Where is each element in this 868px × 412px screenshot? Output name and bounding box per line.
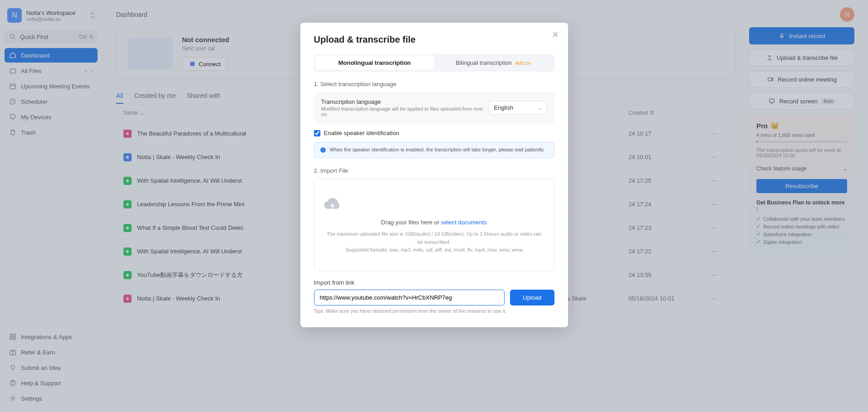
tab-bilingual[interactable]: Bilingual transcription Add on [434,55,553,70]
svg-rect-35 [323,150,323,151]
speaker-id-input[interactable] [314,130,320,136]
addon-badge: Add on [515,60,531,66]
tab-monolingual[interactable]: Monolingual transcription [315,55,434,70]
step-1-label: 1. Select transcription language [314,81,554,87]
file-drop-zone[interactable]: Drag your files here or select documents… [314,179,554,271]
import-url-input[interactable] [314,290,505,305]
close-icon [552,31,559,38]
svg-point-36 [323,148,323,149]
modal-overlay[interactable]: Upload & transcribe file Monolingual tra… [0,0,868,412]
upload-button[interactable]: Upload [510,290,554,305]
tips-text: Tips: Make sure you have obtained permis… [314,308,554,314]
app-root: N Notta's Workspace notta@skale.so Quick… [0,0,868,412]
select-documents-link[interactable]: select documents [441,219,487,226]
info-note: When the speaker identification is enabl… [314,142,554,158]
cloud-upload-icon [324,195,545,212]
info-icon [320,147,326,153]
import-link-label: Import from link [314,279,554,286]
speaker-id-checkbox[interactable]: Enable speaker identification [314,130,554,136]
lang-subtitle: Modified transcription language will be … [321,106,488,117]
lang-title: Transcription language [321,98,488,105]
close-button[interactable] [552,31,559,38]
language-select[interactable]: English [488,101,547,115]
language-box: Transcription language Modified transcri… [314,92,554,123]
step-2-label: 2. Import File [314,167,554,174]
upload-modal: Upload & transcribe file Monolingual tra… [300,23,568,327]
modal-title: Upload & transcribe file [314,34,554,45]
transcription-mode-tabs: Monolingual transcription Bilingual tran… [314,54,554,72]
